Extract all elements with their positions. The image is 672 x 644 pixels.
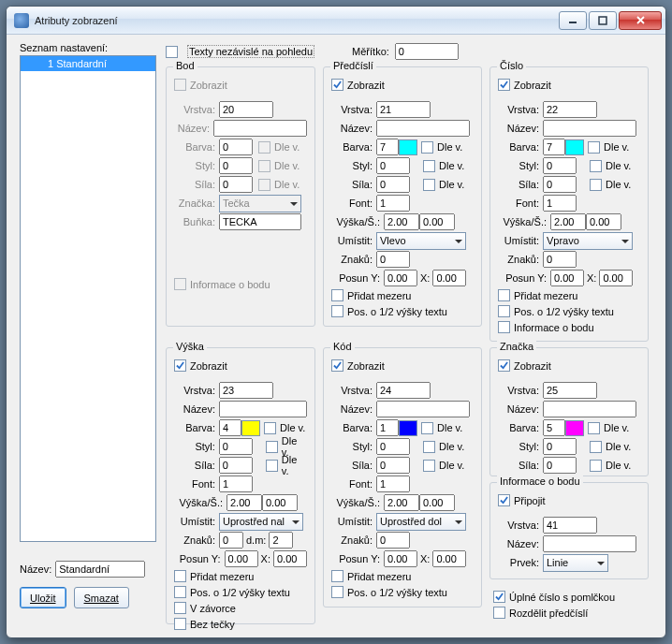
- vy-umistit-select[interactable]: Uprostřed nal: [219, 513, 303, 531]
- vy-styl-input[interactable]: [219, 438, 253, 455]
- pc-vyska-input[interactable]: [384, 213, 419, 230]
- ko-sila-dlev-cb[interactable]: [423, 460, 435, 472]
- in-nazev-input[interactable]: [543, 535, 636, 552]
- delete-button[interactable]: Smazat: [74, 587, 129, 608]
- maximize-button[interactable]: [589, 11, 617, 30]
- zn-sila-input[interactable]: [543, 457, 577, 474]
- pc-barva-input[interactable]: [376, 139, 399, 155]
- settings-list[interactable]: 1 Standardní: [20, 55, 156, 542]
- vy-posunx-input[interactable]: [273, 550, 307, 567]
- pc-barva-dlev-cb[interactable]: [421, 141, 433, 154]
- save-button[interactable]: Uložit: [20, 587, 66, 608]
- pc-posunx-input[interactable]: [432, 270, 466, 286]
- ci-sila-dlev-cb[interactable]: [590, 179, 602, 191]
- ko-mezera-cb[interactable]: [331, 570, 343, 582]
- pc-sila-input[interactable]: [376, 176, 410, 193]
- zn-vrstva-input[interactable]: [543, 382, 597, 399]
- pc-mezera-cb[interactable]: [331, 289, 343, 301]
- ko-font-input[interactable]: [376, 476, 410, 492]
- minimize-button[interactable]: [559, 11, 587, 30]
- ci-posunx-input[interactable]: [599, 270, 633, 286]
- zn-swatch[interactable]: [565, 420, 584, 436]
- ci-sirka-input[interactable]: [586, 213, 621, 230]
- name-input[interactable]: [55, 561, 145, 578]
- cislo-show-checkbox[interactable]: [498, 79, 510, 91]
- zn-styl-input[interactable]: [543, 438, 577, 455]
- ci-font-input[interactable]: [543, 195, 577, 212]
- ko-barva-dlev-cb[interactable]: [421, 422, 433, 434]
- ko-posuny-input[interactable]: [384, 550, 417, 567]
- ci-umistit-select[interactable]: Vpravo: [543, 232, 633, 250]
- info-pripojit-checkbox[interactable]: [498, 494, 510, 506]
- vy-sirka-input[interactable]: [262, 494, 298, 511]
- list-item[interactable]: 1 Standardní: [21, 56, 155, 71]
- ko-znaku-input[interactable]: [376, 532, 410, 549]
- vy-swatch[interactable]: [241, 420, 260, 436]
- ci-barva-dlev-cb[interactable]: [588, 141, 600, 154]
- ci-barva-input[interactable]: [543, 139, 565, 155]
- ko-posunx-input[interactable]: [432, 550, 466, 567]
- vy-half-cb[interactable]: [174, 586, 186, 598]
- texts-independent-checkbox[interactable]: [166, 46, 178, 58]
- vy-znaku-input[interactable]: [219, 532, 243, 549]
- pc-swatch[interactable]: [399, 139, 417, 155]
- zn-nazev-input[interactable]: [543, 401, 636, 417]
- pc-sirka-input[interactable]: [419, 213, 455, 230]
- vy-sila-dlev-cb[interactable]: [266, 460, 278, 472]
- vyska-show-checkbox[interactable]: [174, 359, 186, 372]
- ko-swatch[interactable]: [399, 420, 417, 436]
- pc-sila-dlev-cb[interactable]: [423, 179, 435, 191]
- kod-show-checkbox[interactable]: [331, 359, 343, 372]
- close-button[interactable]: [619, 11, 662, 30]
- ko-umistit-select[interactable]: Uprostřed dol: [376, 513, 466, 531]
- vy-vyska-input[interactable]: [226, 494, 262, 511]
- zn-barva-dlev-cb[interactable]: [588, 422, 600, 434]
- ko-vrstva-input[interactable]: [376, 382, 431, 399]
- vy-sila-input[interactable]: [219, 457, 253, 474]
- ko-styl-input[interactable]: [376, 438, 410, 455]
- vy-mezera-cb[interactable]: [174, 570, 186, 582]
- ko-nazev-input[interactable]: [376, 401, 470, 417]
- ko-styl-dlev-cb[interactable]: [423, 441, 435, 453]
- ci-sila-input[interactable]: [543, 176, 577, 193]
- pc-styl-input[interactable]: [376, 157, 410, 174]
- pc-nazev-input[interactable]: [376, 120, 470, 137]
- pc-znaku-input[interactable]: [376, 251, 410, 268]
- ci-styl-dlev-cb[interactable]: [590, 160, 602, 172]
- predcisli-show-checkbox[interactable]: [331, 79, 343, 91]
- ko-half-cb[interactable]: [331, 586, 343, 598]
- vy-vrstva-input[interactable]: [219, 382, 273, 399]
- znacka-show-checkbox[interactable]: [498, 359, 510, 372]
- vy-zavorce-cb[interactable]: [174, 602, 186, 614]
- pc-half-cb[interactable]: [331, 305, 343, 317]
- ko-vyska-input[interactable]: [384, 494, 419, 511]
- ko-barva-input[interactable]: [376, 419, 399, 436]
- pc-font-input[interactable]: [376, 195, 410, 212]
- vy-dm-input[interactable]: [269, 532, 293, 549]
- zn-barva-input[interactable]: [543, 419, 565, 436]
- zn-sila-dlev-cb[interactable]: [590, 460, 602, 472]
- ci-vrstva-input[interactable]: [543, 101, 597, 118]
- ko-sirka-input[interactable]: [419, 494, 455, 511]
- pc-styl-dlev-cb[interactable]: [423, 160, 435, 172]
- uplne-cislo-cb[interactable]: [493, 591, 505, 603]
- vy-styl-dlev-cb[interactable]: [266, 441, 278, 453]
- pc-umistit-select[interactable]: Vlevo: [376, 232, 466, 250]
- rozdelit-cb[interactable]: [493, 607, 505, 619]
- ci-vyska-input[interactable]: [550, 213, 586, 230]
- ci-swatch[interactable]: [565, 139, 584, 155]
- vy-posuny-input[interactable]: [225, 550, 258, 567]
- pc-posuny-input[interactable]: [384, 270, 417, 286]
- ci-mezera-cb[interactable]: [498, 289, 510, 301]
- ci-znaku-input[interactable]: [543, 251, 577, 268]
- ci-styl-input[interactable]: [543, 157, 577, 174]
- ci-info-cb[interactable]: [498, 321, 510, 333]
- ko-sila-input[interactable]: [376, 457, 410, 474]
- ci-half-cb[interactable]: [498, 305, 510, 317]
- vy-barva-input[interactable]: [219, 419, 241, 436]
- vy-barva-dlev-cb[interactable]: [264, 422, 276, 434]
- pc-vrstva-input[interactable]: [376, 101, 431, 118]
- scale-input[interactable]: [395, 43, 459, 60]
- ci-nazev-input[interactable]: [543, 120, 636, 137]
- vy-beztecky-cb[interactable]: [174, 618, 186, 630]
